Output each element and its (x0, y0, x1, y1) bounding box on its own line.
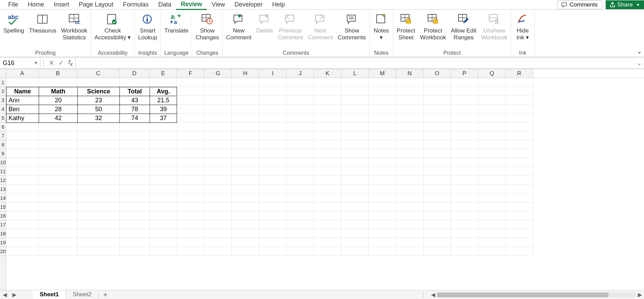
cell-B9[interactable] (39, 149, 77, 158)
cell-L12[interactable] (341, 176, 369, 185)
cell-Q12[interactable] (478, 176, 506, 185)
cell-I9[interactable] (259, 149, 287, 158)
column-header-F[interactable]: F (177, 69, 204, 78)
cell-K7[interactable] (314, 131, 341, 140)
cell-I15[interactable] (259, 203, 287, 211)
row-header-11[interactable]: 11 (0, 167, 6, 176)
cell-Q1[interactable] (478, 78, 506, 87)
cell-N15[interactable] (396, 203, 424, 211)
row-header-5[interactable]: 5 (0, 114, 6, 122)
cell-H18[interactable] (232, 229, 259, 238)
table-cell[interactable]: Ann (6, 96, 39, 105)
cell-H2[interactable] (232, 87, 259, 96)
cell-Q18[interactable] (478, 229, 506, 238)
cell-O9[interactable] (424, 149, 451, 158)
cell-E12[interactable] (150, 176, 177, 185)
cell-N13[interactable] (396, 185, 424, 194)
menu-tab-formulas[interactable]: Formulas (118, 0, 153, 9)
cell-H8[interactable] (232, 140, 259, 149)
collapse-ribbon-icon[interactable]: ⌄ (634, 10, 644, 57)
cell-O5[interactable] (424, 114, 451, 122)
cell-B11[interactable] (39, 167, 77, 176)
table-cell[interactable]: 32 (77, 114, 119, 123)
cell-I6[interactable] (259, 122, 287, 131)
cell-F14[interactable] (177, 194, 204, 203)
cell-M15[interactable] (369, 203, 396, 211)
column-header-M[interactable]: M (369, 69, 396, 78)
column-header-O[interactable]: O (424, 69, 451, 78)
cell-J12[interactable] (287, 176, 314, 185)
cell-N2[interactable] (396, 87, 424, 96)
cell-L3[interactable] (341, 96, 369, 105)
table-cell[interactable]: Kathy (6, 114, 39, 123)
cell-C12[interactable] (77, 176, 119, 185)
cell-Q13[interactable] (478, 185, 506, 194)
cell-J14[interactable] (287, 194, 314, 203)
cell-G4[interactable] (204, 105, 232, 114)
cell-B18[interactable] (39, 229, 77, 238)
cell-G13[interactable] (204, 185, 232, 194)
smart-lookup-button[interactable]: SmartLookup (136, 12, 159, 41)
cell-R8[interactable] (506, 140, 533, 149)
cell-M17[interactable] (369, 220, 396, 229)
cell-E7[interactable] (150, 131, 177, 140)
cell-D17[interactable] (119, 220, 150, 229)
cell-P12[interactable] (451, 176, 478, 185)
cell-H10[interactable] (232, 158, 259, 167)
cell-M13[interactable] (369, 185, 396, 194)
cell-B7[interactable] (39, 131, 77, 140)
cell-L16[interactable] (341, 211, 369, 220)
cancel-formula-icon[interactable]: ✕ (47, 59, 56, 67)
cell-C11[interactable] (77, 167, 119, 176)
cell-L17[interactable] (341, 220, 369, 229)
hide-ink-button[interactable]: HideInk ▾ (513, 12, 533, 41)
cell-N4[interactable] (396, 105, 424, 114)
cell-M8[interactable] (369, 140, 396, 149)
cell-Q15[interactable] (478, 203, 506, 211)
cell-J5[interactable] (287, 114, 314, 122)
cell-E20[interactable] (150, 247, 177, 256)
cell-A1[interactable] (6, 78, 39, 87)
cell-P18[interactable] (451, 229, 478, 238)
cell-K11[interactable] (314, 167, 341, 176)
cell-N5[interactable] (396, 114, 424, 122)
cell-M5[interactable] (369, 114, 396, 122)
cell-B16[interactable] (39, 211, 77, 220)
cell-D19[interactable] (119, 238, 150, 247)
comments-button[interactable]: Comments (557, 0, 602, 9)
cell-P8[interactable] (451, 140, 478, 149)
cell-G9[interactable] (204, 149, 232, 158)
row-header-7[interactable]: 7 (0, 131, 6, 140)
cell-E17[interactable] (150, 220, 177, 229)
cell-L10[interactable] (341, 158, 369, 167)
cell-P4[interactable] (451, 105, 478, 114)
cell-A9[interactable] (6, 149, 39, 158)
column-header-G[interactable]: G (204, 69, 232, 78)
cell-I8[interactable] (259, 140, 287, 149)
cell-N10[interactable] (396, 158, 424, 167)
row-header-15[interactable]: 15 (0, 203, 6, 211)
cell-L4[interactable] (341, 105, 369, 114)
cell-I3[interactable] (259, 96, 287, 105)
cell-I17[interactable] (259, 220, 287, 229)
cell-Q9[interactable] (478, 149, 506, 158)
table-header-cell[interactable]: Avg. (150, 87, 177, 96)
row-header-10[interactable]: 10 (0, 158, 6, 167)
cell-H19[interactable] (232, 238, 259, 247)
cell-R3[interactable] (506, 96, 533, 105)
cell-M2[interactable] (369, 87, 396, 96)
menu-tab-file[interactable]: File (3, 0, 23, 9)
cell-L15[interactable] (341, 203, 369, 211)
cell-L13[interactable] (341, 185, 369, 194)
cell-F13[interactable] (177, 185, 204, 194)
column-header-Q[interactable]: Q (478, 69, 506, 78)
cell-M12[interactable] (369, 176, 396, 185)
cell-H7[interactable] (232, 131, 259, 140)
translate-button[interactable]: Translate (162, 12, 190, 35)
cell-N11[interactable] (396, 167, 424, 176)
formula-input[interactable] (75, 57, 634, 68)
cell-G19[interactable] (204, 238, 232, 247)
menu-tab-page-layout[interactable]: Page Layout (74, 0, 118, 9)
cell-R7[interactable] (506, 131, 533, 140)
cell-E19[interactable] (150, 238, 177, 247)
